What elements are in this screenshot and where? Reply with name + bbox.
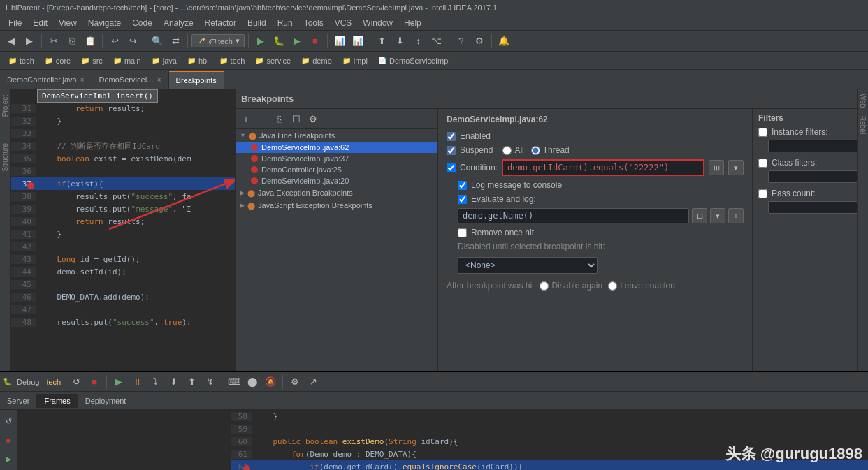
bp-all-radio[interactable] xyxy=(502,146,512,155)
nav-hbi[interactable]: 📁 hbi xyxy=(183,54,212,67)
toolbar-help[interactable]: ? xyxy=(453,33,470,50)
tab-democontroller-close[interactable]: × xyxy=(80,76,85,84)
filter-instance-input[interactable] xyxy=(768,140,861,152)
toolbar-undo[interactable]: ↩ xyxy=(106,33,123,50)
toolbar-settings[interactable]: ⚙ xyxy=(471,33,488,50)
toolbar-vcs1[interactable]: ⬆ xyxy=(374,33,391,50)
toolbar-more2[interactable]: 📊 xyxy=(349,33,366,50)
toolbar-back[interactable]: ◀ xyxy=(3,33,20,50)
nav-impl[interactable]: 📁 impl xyxy=(338,54,371,67)
sidebar-web-tab[interactable]: Web xyxy=(858,89,868,112)
nav-main[interactable]: 📁 main xyxy=(109,54,145,67)
bp-java-exception-category[interactable]: ▶ ⬤ Java Exception Breakpoints xyxy=(236,186,437,199)
debug-server-tab[interactable]: Server xyxy=(0,394,37,408)
toolbar-search[interactable]: 🔍 xyxy=(149,33,166,50)
toolbar-copy[interactable]: ⎘ xyxy=(64,33,80,50)
sidebar-project-tab[interactable]: Project xyxy=(0,92,10,119)
filter-class-checkbox[interactable] xyxy=(758,159,767,168)
bp-thread-radio[interactable] xyxy=(531,146,540,155)
sidebar-rebel-tab[interactable]: Rebel xyxy=(858,112,868,138)
debug-restore[interactable]: ↗ xyxy=(305,374,321,390)
debug-step-into[interactable]: ⬇ xyxy=(165,374,182,390)
debug-left-btn1[interactable]: ↺ xyxy=(0,413,17,429)
bp-none-select[interactable]: <None> xyxy=(458,257,598,274)
toolbar-paste[interactable]: 📋 xyxy=(82,33,99,50)
tab-demoservicei-close[interactable]: × xyxy=(157,76,161,84)
bp-condition-expand-btn[interactable]: ⊞ xyxy=(709,160,724,175)
menu-window[interactable]: Window xyxy=(357,17,398,29)
bp-suspend-checkbox[interactable] xyxy=(447,146,456,155)
debug-mute[interactable]: 🔕 xyxy=(262,374,279,390)
debug-resume[interactable]: ▶ xyxy=(110,374,127,390)
toolbar-build-proj[interactable]: ▶ xyxy=(252,33,269,50)
toolbar-branch[interactable]: ⎇ 🏷 tech ▾ xyxy=(191,34,245,47)
debug-settings[interactable]: ⚙ xyxy=(287,374,303,390)
filter-instance-checkbox[interactable] xyxy=(758,128,767,137)
bp-item-demoservice37[interactable]: DemoServiceImpl.java:37 xyxy=(236,153,437,164)
bp-add-btn[interactable]: + xyxy=(238,111,254,126)
bp-enabled-checkbox[interactable] xyxy=(447,132,456,141)
menu-navigate[interactable]: Navigate xyxy=(82,17,126,29)
bp-condition-input[interactable] xyxy=(502,159,704,176)
filter-class-input[interactable] xyxy=(768,170,861,183)
bp-copy-btn[interactable]: ⎘ xyxy=(272,111,287,126)
debug-pause[interactable]: ⏸ xyxy=(129,374,145,390)
bp-toggle-btn[interactable]: ☐ xyxy=(289,111,304,126)
debug-step-over[interactable]: ⤵ xyxy=(147,374,164,390)
bp-remove-btn[interactable]: − xyxy=(255,111,270,126)
menu-edit[interactable]: Edit xyxy=(27,17,53,29)
toolbar-stop[interactable]: ■ xyxy=(307,33,324,50)
toolbar-vcs2[interactable]: ⬇ xyxy=(392,33,409,50)
tab-demoservicei[interactable]: DemoServiceI... × xyxy=(92,71,169,89)
menu-run[interactable]: Run xyxy=(272,17,298,29)
toolbar-notification[interactable]: 🔔 xyxy=(496,33,512,50)
nav-src[interactable]: 📁 src xyxy=(77,54,106,67)
bp-eval-input[interactable] xyxy=(458,208,689,223)
toolbar-debug[interactable]: 🐛 xyxy=(270,33,287,50)
toolbar-replace[interactable]: ⇄ xyxy=(167,33,184,50)
debug-restart[interactable]: ↺ xyxy=(68,374,85,390)
toolbar-run[interactable]: ▶ xyxy=(289,33,305,50)
menu-view[interactable]: View xyxy=(53,17,82,29)
bp-remove-checkbox[interactable] xyxy=(458,228,467,237)
menu-build[interactable]: Build xyxy=(242,17,272,29)
bp-settings-btn[interactable]: ⚙ xyxy=(305,111,321,126)
filter-pass-input[interactable] xyxy=(768,201,861,214)
filter-pass-checkbox[interactable] xyxy=(758,189,767,198)
debug-step-out[interactable]: ⬆ xyxy=(183,374,200,390)
toolbar-vcs3[interactable]: ↕ xyxy=(410,33,427,50)
tab-democontroller[interactable]: DemoController.java × xyxy=(0,71,92,89)
debug-left-btn2[interactable]: ■ xyxy=(0,432,17,448)
bp-java-line-category[interactable]: ▼ ⬤ Java Line Breakpoints xyxy=(236,129,437,142)
bp-condition-dropdown-btn[interactable]: ▾ xyxy=(728,160,744,175)
bp-evaluate-checkbox[interactable] xyxy=(458,195,467,204)
bp-leave-enabled-radio[interactable] xyxy=(608,281,617,291)
nav-java[interactable]: 📁 java xyxy=(147,54,180,67)
sidebar-structure-tab[interactable]: Structure xyxy=(0,140,10,175)
toolbar-redo[interactable]: ↪ xyxy=(124,33,141,50)
nav-core[interactable]: 📁 core xyxy=(41,54,74,67)
bp-disable-again-radio[interactable] xyxy=(540,281,549,291)
nav-demoserviceimpl[interactable]: 📄 DemoServiceImpl xyxy=(374,54,454,67)
debug-breakpoints-btn[interactable]: ⬤ xyxy=(244,374,261,390)
menu-file[interactable]: File xyxy=(3,17,27,29)
debug-stop[interactable]: ■ xyxy=(86,374,103,390)
bp-log-checkbox[interactable] xyxy=(458,181,467,190)
toolbar-forward[interactable]: ▶ xyxy=(21,33,38,50)
menu-vcs[interactable]: VCS xyxy=(329,17,358,29)
bp-eval-add-btn[interactable]: + xyxy=(728,208,744,223)
menu-code[interactable]: Code xyxy=(126,17,158,29)
menu-tools[interactable]: Tools xyxy=(298,17,329,29)
menu-analyze[interactable]: Analyze xyxy=(158,17,199,29)
bp-condition-checkbox[interactable] xyxy=(447,163,456,172)
debug-run-to-cursor[interactable]: ↯ xyxy=(201,374,218,390)
debug-deployment-tab[interactable]: Deployment xyxy=(78,394,134,408)
debug-frames-tab[interactable]: Frames xyxy=(37,394,78,408)
toolbar-cut[interactable]: ✂ xyxy=(45,33,62,50)
nav-tech2[interactable]: 📁 tech xyxy=(215,54,249,67)
bp-eval-expand-btn[interactable]: ⊞ xyxy=(692,208,707,223)
bp-item-democontroller25[interactable]: DemoController.java:25 xyxy=(236,164,437,175)
debug-left-btn3[interactable]: ▶ xyxy=(0,450,17,467)
nav-tech[interactable]: 📁 tech xyxy=(4,54,38,67)
tab-breakpoints[interactable]: Breakpoints xyxy=(169,71,224,89)
